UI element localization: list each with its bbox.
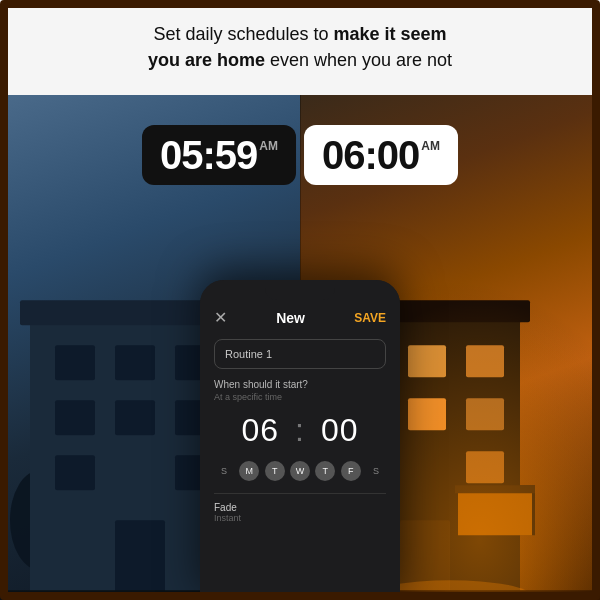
svg-rect-6: [55, 400, 95, 435]
image-area: 05:59 AM 06:00 AM ✕ New SAVE Routine 1: [0, 95, 600, 600]
close-icon[interactable]: ✕: [214, 308, 227, 327]
phone-screen: ✕ New SAVE Routine 1 When should it star…: [200, 280, 400, 600]
top-text-area: Set daily schedules to make it seemyou a…: [0, 0, 600, 95]
day-tuesday[interactable]: T: [265, 461, 285, 481]
time-after-value: 06:00: [322, 135, 419, 175]
when-label: When should it start?: [214, 379, 386, 390]
day-monday[interactable]: M: [239, 461, 259, 481]
svg-rect-26: [408, 398, 446, 430]
routine-name-value: Routine 1: [225, 348, 272, 360]
colon-separator: :: [295, 412, 305, 449]
time-before-value: 05:59: [160, 135, 257, 175]
headline: Set daily schedules to make it seemyou a…: [148, 22, 452, 72]
svg-rect-31: [455, 485, 535, 493]
time-bubble-before: 05:59 AM: [142, 125, 296, 185]
svg-rect-32: [458, 493, 532, 535]
time-after-period: AM: [421, 139, 440, 153]
days-selector: S M T W T F S: [214, 461, 386, 481]
svg-rect-7: [115, 400, 155, 435]
day-sunday[interactable]: S: [214, 461, 234, 481]
day-thursday[interactable]: T: [315, 461, 335, 481]
svg-rect-9: [55, 455, 95, 490]
svg-rect-29: [466, 451, 504, 483]
time-bubble-after: 06:00 AM: [304, 125, 458, 185]
section-divider: [214, 493, 386, 494]
svg-rect-24: [466, 345, 504, 377]
hour-picker[interactable]: 06: [241, 412, 279, 449]
svg-rect-12: [115, 520, 165, 600]
svg-rect-23: [408, 345, 446, 377]
fade-label: Fade: [214, 502, 386, 513]
day-saturday[interactable]: S: [366, 461, 386, 481]
day-friday[interactable]: F: [341, 461, 361, 481]
time-picker: 06 : 00: [214, 412, 386, 449]
phone-header: ✕ New SAVE: [214, 308, 386, 327]
phone-mockup: ✕ New SAVE Routine 1 When should it star…: [200, 280, 400, 600]
fade-sublabel: Instant: [214, 513, 386, 523]
routine-name-input[interactable]: Routine 1: [214, 339, 386, 369]
save-button[interactable]: SAVE: [354, 311, 386, 325]
svg-rect-27: [466, 398, 504, 430]
phone-title: New: [276, 310, 305, 326]
time-before-period: AM: [259, 139, 278, 153]
when-sublabel: At a specific time: [214, 392, 386, 402]
svg-rect-4: [115, 345, 155, 380]
day-wednesday[interactable]: W: [290, 461, 310, 481]
page-container: Set daily schedules to make it seemyou a…: [0, 0, 600, 600]
svg-rect-3: [55, 345, 95, 380]
phone-notch: [265, 280, 335, 300]
minute-picker[interactable]: 00: [321, 412, 359, 449]
time-display: 05:59 AM 06:00 AM: [142, 125, 458, 185]
